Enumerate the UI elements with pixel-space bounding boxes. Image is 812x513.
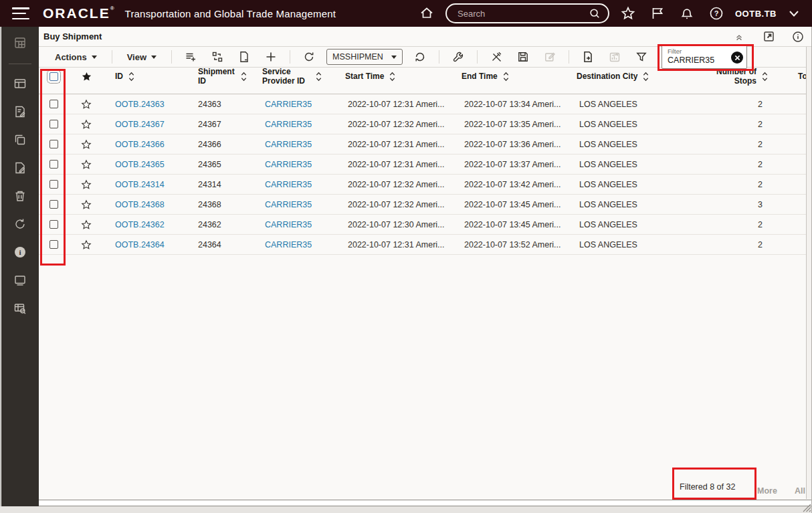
vertical-scrollbar[interactable] [806, 47, 811, 499]
actions-menu-button[interactable]: Actions [45, 52, 106, 62]
rearrange-icon[interactable] [207, 48, 227, 66]
trash-icon[interactable] [13, 189, 27, 203]
user-menu-label[interactable]: OOTB.TB [735, 9, 777, 19]
refresh-icon[interactable] [299, 48, 319, 66]
table-search-icon[interactable] [13, 301, 27, 316]
document-icon[interactable] [234, 48, 254, 66]
flag-icon[interactable] [649, 5, 666, 22]
row-checkbox[interactable] [49, 180, 58, 189]
column-label: End Time [462, 72, 498, 82]
row-checkbox[interactable] [49, 220, 58, 229]
id-link[interactable]: OOTB.24363 [115, 100, 165, 109]
id-link[interactable]: OOTB.24364 [115, 240, 165, 249]
service_provider_id-link[interactable]: CARRIER35 [265, 200, 312, 209]
refresh-icon[interactable] [13, 217, 27, 231]
help-icon[interactable]: ? [708, 5, 725, 22]
favorite-toggle[interactable] [81, 119, 92, 130]
add-to-list-icon[interactable] [181, 48, 201, 66]
row-checkbox[interactable] [49, 140, 58, 148]
service_provider_id-link[interactable]: CARRIER35 [265, 140, 312, 149]
row-checkbox[interactable] [49, 200, 58, 209]
workbench-icon[interactable] [13, 76, 27, 91]
resize-grip-icon[interactable] [801, 502, 811, 512]
filter-funnel-icon[interactable] [631, 48, 651, 66]
favorite-toggle[interactable] [81, 179, 92, 190]
search-icon[interactable] [588, 5, 601, 22]
clear-filter-icon[interactable] [731, 52, 743, 64]
save-icon[interactable] [513, 48, 533, 66]
service_provider_id-link[interactable]: CARRIER35 [265, 100, 312, 109]
table-row[interactable]: OOTB.2436324363CARRIER352022-10-07 12:31… [39, 94, 812, 114]
row-checkbox[interactable] [49, 240, 58, 249]
favorite-toggle[interactable] [81, 199, 92, 210]
column-header-destination_city: Destination City [577, 72, 704, 82]
row-checkbox[interactable] [49, 100, 58, 108]
favorite-toggle[interactable] [81, 219, 92, 230]
select-all-checkbox[interactable] [49, 72, 58, 81]
table-row[interactable]: OOTB.2436424364CARRIER352022-10-07 12:31… [39, 235, 812, 255]
filter-field[interactable]: Filter [662, 45, 747, 69]
info-circle-icon[interactable] [791, 29, 805, 44]
sort-icon[interactable] [316, 72, 322, 82]
sort-icon[interactable] [762, 72, 768, 82]
export-document-icon[interactable] [578, 48, 598, 66]
cell-destination_city: LOS ANGELES [577, 180, 704, 189]
cell-start_time: 2022-10-07 12:30 Ameri... [345, 220, 462, 229]
row-checkbox[interactable] [49, 120, 58, 128]
collapse-icon[interactable] [732, 29, 746, 44]
home-icon[interactable] [418, 5, 435, 22]
table-row[interactable]: OOTB.2436524365CARRIER352022-10-07 12:31… [39, 155, 812, 175]
open-new-window-icon[interactable] [761, 29, 776, 44]
favorites-star-icon[interactable] [619, 5, 637, 22]
monitor-icon[interactable] [13, 273, 27, 288]
saved-search-select[interactable]: MSSHIPMEN [326, 49, 403, 65]
page-edit-icon[interactable] [13, 161, 27, 175]
horizontal-scrollbar[interactable] [39, 500, 812, 506]
id-link[interactable]: OOTB.24362 [115, 220, 165, 229]
table-row[interactable]: OOTB.2436624366CARRIER352022-10-07 12:31… [39, 134, 812, 155]
global-search[interactable] [445, 3, 609, 23]
cell-end_time: 2022-10-07 13:45 Ameri... [462, 200, 577, 209]
favorite-toggle[interactable] [81, 159, 92, 170]
service_provider_id-link[interactable]: CARRIER35 [265, 160, 312, 169]
filter-input[interactable] [668, 56, 729, 65]
service_provider_id-link[interactable]: CARRIER35 [265, 180, 312, 189]
service_provider_id-link[interactable]: CARRIER35 [265, 240, 312, 249]
sort-icon[interactable] [503, 72, 509, 82]
sort-icon[interactable] [389, 72, 395, 82]
service_provider_id-link[interactable]: CARRIER35 [265, 120, 312, 129]
table-row[interactable]: OOTB.2436724367CARRIER352022-10-07 12:32… [39, 114, 812, 134]
view-menu-button[interactable]: View [118, 52, 166, 62]
repair-tools-icon[interactable] [486, 48, 506, 66]
notifications-bell-icon[interactable] [678, 5, 696, 22]
id-link[interactable]: OOTB.24365 [115, 160, 165, 169]
favorite-toggle[interactable] [81, 139, 92, 150]
table-row[interactable]: OOTB.2436824368CARRIER352022-10-07 12:32… [39, 195, 812, 215]
id-link[interactable]: OOTB.24368 [115, 200, 165, 209]
sort-icon[interactable] [241, 72, 247, 82]
wrench-icon[interactable] [448, 48, 468, 66]
id-link[interactable]: OOTB.24366 [115, 140, 165, 149]
document-edit-icon[interactable] [13, 104, 27, 119]
favorite-toggle[interactable] [81, 99, 92, 110]
all-button[interactable]: All [795, 486, 805, 496]
id-link[interactable]: OOTB.24367 [115, 120, 165, 129]
more-button[interactable]: More [757, 486, 777, 496]
grid-icon[interactable] [13, 35, 27, 50]
table-row[interactable]: OOTB.2436224362CARRIER352022-10-07 12:30… [39, 215, 812, 235]
service_provider_id-link[interactable]: CARRIER35 [265, 220, 312, 229]
sort-icon[interactable] [643, 72, 649, 82]
chevron-down-icon[interactable] [785, 5, 803, 22]
row-checkbox[interactable] [49, 160, 58, 169]
sort-icon[interactable] [128, 72, 134, 82]
copy-icon[interactable] [13, 132, 27, 147]
search-input[interactable] [458, 9, 588, 19]
id-link[interactable]: OOTB.24314 [115, 180, 165, 189]
menu-icon[interactable] [12, 7, 29, 19]
favorite-toggle[interactable] [81, 239, 92, 250]
table-row[interactable]: OOTB.2431424314CARRIER352022-10-07 12:32… [39, 175, 812, 195]
rerun-search-icon[interactable] [410, 48, 430, 66]
info-icon[interactable]: i [13, 245, 27, 260]
cell-start_time: 2022-10-07 12:31 Ameri... [345, 140, 462, 149]
add-icon[interactable] [261, 48, 281, 66]
